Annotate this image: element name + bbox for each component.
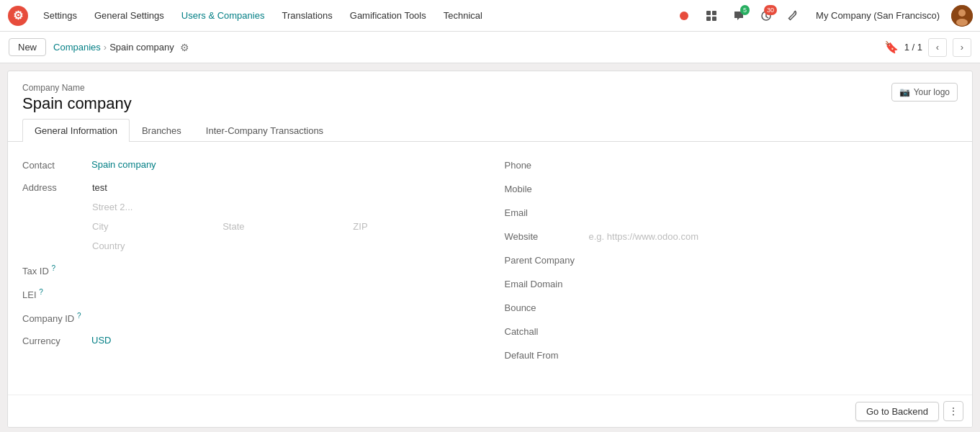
svg-point-9	[956, 19, 968, 26]
catchall-input[interactable]	[584, 323, 958, 341]
mobile-label: Mobile	[505, 180, 584, 194]
company-header: Company Name Spain company 📷 Your logo	[8, 71, 972, 119]
lei-field-row: LEI ?	[22, 284, 476, 302]
pager-text: 1 / 1	[904, 42, 922, 53]
address-city-state-zip	[87, 217, 476, 235]
company-name-section: Company Name Spain company	[22, 83, 132, 113]
svg-text:⚙: ⚙	[13, 9, 23, 22]
nav-settings[interactable]: Settings	[35, 0, 86, 32]
city-input[interactable]	[87, 217, 215, 235]
currency-value[interactable]: USD	[87, 332, 476, 348]
breadcrumb: Companies › Spain company ⚙	[53, 42, 189, 53]
currency-field-row: Currency USD	[22, 332, 476, 348]
contact-field-row: Contact Spain company	[22, 156, 476, 173]
address-line1-input[interactable]	[87, 179, 476, 197]
website-input[interactable]	[584, 228, 958, 246]
svg-rect-3	[712, 11, 716, 15]
svg-point-8	[958, 9, 966, 17]
activity-icon-btn[interactable]: 30	[755, 5, 777, 27]
default-from-label: Default From	[505, 346, 584, 361]
form-container: Company Name Spain company 📷 Your logo G…	[7, 71, 973, 428]
currency-label: Currency	[22, 332, 87, 346]
tax-id-label: Tax ID ?	[22, 261, 87, 276]
nav-gamification[interactable]: Gamification Tools	[341, 0, 435, 32]
lei-label: LEI ?	[22, 284, 87, 300]
company-id-input[interactable]	[87, 308, 476, 326]
left-column: Contact Spain company Address	[22, 156, 476, 370]
status-dot	[680, 12, 688, 20]
country-input[interactable]	[87, 237, 476, 255]
phone-label: Phone	[505, 156, 584, 171]
email-input[interactable]	[584, 204, 958, 222]
parent-company-input[interactable]	[584, 251, 958, 269]
logo-btn-label: Your logo	[914, 87, 950, 97]
phone-field-row: Phone	[505, 156, 958, 174]
tab-branches[interactable]: Branches	[130, 119, 194, 142]
lei-help[interactable]: ?	[39, 288, 43, 296]
nav-users-companies[interactable]: Users & Companies	[173, 0, 274, 32]
address-field-row: Address	[22, 179, 476, 255]
tab-inter-company[interactable]: Inter-Company Transactions	[194, 119, 336, 142]
tax-id-help[interactable]: ?	[51, 264, 55, 272]
email-field-row: Email	[505, 204, 958, 222]
company-name[interactable]: My Company (San Francisco)	[810, 10, 945, 21]
topnav-right-actions: 5 30 My Company (San Francisco)	[673, 5, 973, 27]
email-domain-input[interactable]	[584, 275, 958, 293]
bookmark-icon[interactable]: 🔖	[884, 40, 899, 54]
bounce-label: Bounce	[505, 299, 584, 313]
form-body: Contact Spain company Address	[8, 142, 972, 384]
nav-translations[interactable]: Translations	[273, 0, 341, 32]
go-to-backend-button[interactable]: Go to Backend	[855, 402, 939, 421]
company-id-help[interactable]: ?	[77, 312, 81, 320]
company-id-label: Company ID ?	[22, 308, 87, 324]
new-button[interactable]: New	[9, 38, 46, 56]
parent-company-label: Parent Company	[505, 251, 584, 266]
status-indicator[interactable]	[673, 5, 695, 27]
website-field-row: Website	[505, 228, 958, 246]
address-line2-input[interactable]	[87, 198, 476, 216]
address-label: Address	[22, 179, 87, 193]
default-from-input[interactable]	[584, 346, 958, 364]
parent-company-field-row: Parent Company	[505, 251, 958, 269]
pager-prev-button[interactable]: ‹	[928, 38, 947, 57]
company-name-label: Company Name	[22, 83, 132, 93]
svg-rect-5	[712, 17, 716, 21]
nav-general-settings[interactable]: General Settings	[86, 0, 173, 32]
form-scroll-area: Company Name Spain company 📷 Your logo G…	[8, 71, 972, 427]
phone-input[interactable]	[584, 156, 958, 174]
company-name-value: Spain company	[22, 94, 132, 113]
bounce-input[interactable]	[584, 299, 958, 317]
mobile-field-row: Mobile	[505, 180, 958, 198]
breadcrumb-parent[interactable]: Companies	[53, 42, 101, 53]
user-avatar[interactable]	[951, 5, 973, 27]
email-domain-field-row: Email Domain	[505, 275, 958, 293]
more-options-button[interactable]: ⋮	[943, 401, 963, 421]
tab-general-information[interactable]: General Information	[22, 119, 130, 142]
state-input[interactable]	[217, 217, 345, 235]
chat-icon-btn[interactable]: 5	[728, 5, 750, 27]
app-logo[interactable]: ⚙	[7, 5, 29, 27]
catchall-label: Catchall	[505, 323, 584, 337]
email-domain-label: Email Domain	[505, 275, 584, 289]
address-fields	[87, 179, 476, 255]
zip-input[interactable]	[348, 217, 475, 235]
activity-badge: 30	[764, 5, 777, 15]
bounce-field-row: Bounce	[505, 299, 958, 317]
tax-id-input[interactable]	[87, 261, 476, 279]
email-label: Email	[505, 204, 584, 218]
settings-gear-icon[interactable]: ⚙	[180, 42, 189, 53]
nav-technical[interactable]: Technical	[435, 0, 491, 32]
chat-badge: 5	[740, 5, 750, 15]
grid-icon-btn[interactable]	[701, 5, 722, 27]
lei-input[interactable]	[87, 284, 476, 302]
wrench-icon-btn[interactable]	[783, 5, 804, 27]
breadcrumb-separator: ›	[104, 42, 107, 53]
logo-button[interactable]: 📷 Your logo	[891, 83, 958, 102]
top-navigation: ⚙ Settings General Settings Users & Comp…	[0, 0, 980, 32]
form-tabs: General Information Branches Inter-Compa…	[8, 119, 972, 142]
right-column: Phone Mobile Email Website	[505, 156, 958, 370]
contact-label: Contact	[22, 156, 87, 171]
contact-value[interactable]: Spain company	[87, 156, 476, 173]
mobile-input[interactable]	[584, 180, 958, 198]
pager-next-button[interactable]: ›	[953, 38, 971, 57]
